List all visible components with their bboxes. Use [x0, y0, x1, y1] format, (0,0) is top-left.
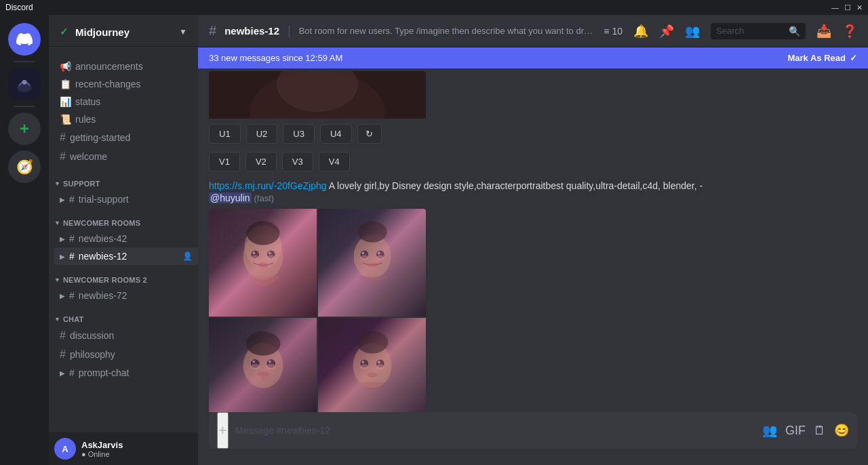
rules-icon: 📜 — [60, 114, 71, 125]
minimize-button[interactable]: — — [831, 3, 839, 12]
support-category-header[interactable]: ▼ SUPPORT — [49, 169, 198, 190]
hash-icon: # — [60, 132, 66, 144]
svg-point-33 — [261, 377, 265, 381]
user-area: A AskJarvis ● Online — [49, 432, 198, 465]
channel-item-discussion[interactable]: # discussion — [54, 326, 198, 345]
newcomer-rooms2-category-header[interactable]: ▼ NEWCOMER ROOMS 2 — [49, 265, 198, 287]
newcomer-rooms2-arrow: ▼ — [54, 277, 60, 283]
channel-name: announcements — [75, 61, 143, 72]
channel-item-rules[interactable]: 📜 rules — [54, 110, 193, 128]
status-icon: 📊 — [60, 96, 71, 107]
server-divider-2 — [14, 106, 35, 107]
gif-button[interactable]: GIF — [785, 424, 806, 438]
newbies-42-icon: # — [69, 233, 75, 244]
upscale-3-btn[interactable]: U3 — [283, 124, 315, 144]
channel-name: philosophy — [70, 349, 115, 360]
close-button[interactable]: ✕ — [856, 3, 863, 12]
maximize-button[interactable]: ☐ — [844, 3, 851, 12]
sticker-button[interactable]: 🗒 — [814, 424, 826, 438]
upscale-2-btn[interactable]: U2 — [246, 124, 278, 144]
trial-support-icon: # — [69, 194, 75, 205]
channel-item-status[interactable]: 📊 status — [54, 93, 193, 110]
channel-header: # newbies-12 | Bot room for new users. T… — [198, 15, 868, 47]
discord-home-icon[interactable] — [8, 23, 41, 56]
pinned-icon[interactable]: 📌 — [659, 24, 674, 39]
user-avatar: A — [54, 438, 76, 460]
refresh-icon: ↻ — [366, 129, 373, 139]
first-action-buttons-row1: U1 U2 U3 U4 ↻ — [198, 121, 868, 149]
variant-4-btn[interactable]: V4 — [319, 152, 350, 171]
upscale-1-btn[interactable]: U1 — [209, 124, 241, 144]
add-server-button[interactable]: + — [8, 113, 41, 145]
channel-item-newbies-12[interactable]: ▶ # newbies-12 👤 — [54, 247, 198, 265]
members-input-icon[interactable]: 👥 — [762, 423, 777, 438]
svg-point-14 — [267, 255, 275, 260]
help-icon[interactable]: ❓ — [842, 24, 857, 39]
channel-item-getting-started[interactable]: # getting-started — [54, 128, 193, 147]
search-input[interactable] — [716, 26, 785, 36]
image-link[interactable]: https://s.mj.run/-20fGeZjphg — [209, 180, 327, 191]
input-icon-group: 👥 GIF 🗒 😊 — [762, 423, 849, 438]
refresh-btn-1[interactable]: ↻ — [357, 124, 382, 144]
channel-name: welcome — [70, 151, 107, 162]
variant-3-btn[interactable]: V3 — [282, 152, 313, 171]
svg-point-31 — [250, 364, 260, 370]
svg-point-41 — [360, 364, 368, 369]
server-icon-midjourney[interactable] — [8, 68, 41, 100]
notifications-icon[interactable]: 🔔 — [633, 24, 648, 39]
threads-icon-group[interactable]: ≡ 10 — [604, 26, 623, 37]
server-header[interactable]: ✓ Midjourney ▼ — [49, 15, 198, 47]
channel-item-philosophy[interactable]: # philosophy — [54, 345, 198, 364]
hash-icon: # — [60, 329, 66, 342]
message-link-content: https://s.mj.run/-20fGeZjphg A lovely gi… — [198, 177, 868, 206]
upscale-4-btn[interactable]: U4 — [320, 124, 352, 144]
inbox-icon[interactable]: 📥 — [816, 24, 831, 39]
variant-1-btn[interactable]: V1 — [209, 152, 240, 171]
channel-name: trial-support — [79, 194, 129, 205]
search-bar[interactable]: 🔍 — [711, 23, 806, 39]
svg-point-42 — [376, 364, 384, 369]
channel-sidebar: ✓ Midjourney ▼ 📢 announcements 📋 recent-… — [49, 15, 198, 465]
svg-point-10 — [268, 251, 271, 254]
channel-item-welcome[interactable]: # welcome — [54, 147, 193, 166]
svg-point-19 — [377, 251, 380, 254]
channel-item-prompt-chat[interactable]: ▶ # prompt-chat — [54, 364, 198, 382]
chat-arrow: ▼ — [54, 316, 60, 323]
user-status: ● Online — [81, 450, 123, 458]
message-input[interactable] — [235, 417, 755, 444]
svg-point-23 — [376, 255, 384, 260]
channel-item-newbies-72[interactable]: ▶ # newbies-72 — [54, 287, 198, 304]
emoji-button[interactable]: 😊 — [834, 423, 849, 438]
channel-item-recent-changes[interactable]: 📋 recent-changes — [54, 75, 193, 93]
notification-badge: 👤 — [182, 251, 193, 261]
newcomer-rooms-category-header[interactable]: ▼ NEWCOMER ROOMS — [49, 208, 198, 230]
chat-category-header[interactable]: ▼ CHAT — [49, 304, 198, 326]
svg-point-21 — [357, 221, 387, 242]
main-channels-section: 📢 announcements 📋 recent-changes 📊 statu… — [49, 47, 198, 169]
svg-point-13 — [251, 255, 259, 260]
svg-point-40 — [356, 331, 388, 353]
members-icon[interactable]: 👥 — [685, 24, 700, 39]
image-cell-tr — [318, 209, 426, 317]
add-attachment-button[interactable]: + — [217, 412, 229, 449]
channel-name: prompt-chat — [79, 367, 130, 378]
newcomer-channels: ▶ # newbies-42 ▶ # newbies-12 👤 — [49, 230, 198, 265]
user-mention[interactable]: @huyulin — [209, 193, 252, 203]
channel-item-announcements[interactable]: 📢 announcements — [54, 58, 193, 75]
header-divider: | — [288, 24, 291, 38]
collapse-arrow: ▶ — [60, 253, 65, 260]
mark-as-read-button[interactable]: Mark As Read ✓ — [788, 53, 858, 63]
message-body-text: A lovely girl,by Disney design style,cha… — [329, 180, 703, 191]
support-category-label: SUPPORT — [63, 180, 100, 188]
channel-item-newbies-42[interactable]: ▶ # newbies-42 — [54, 230, 198, 247]
header-icons: ≡ 10 🔔 📌 👥 🔍 📥 ❓ — [604, 23, 857, 39]
disney-girl-image-grid[interactable] — [209, 209, 426, 412]
channel-item-trial-support[interactable]: ▶ # trial-support — [54, 190, 198, 208]
channel-name: recent-changes — [75, 79, 141, 89]
variant-2-btn[interactable]: V2 — [245, 152, 277, 171]
explore-servers-button[interactable]: 🧭 — [8, 150, 41, 183]
support-arrow: ▼ — [54, 180, 60, 187]
channel-header-name: newbies-12 — [224, 25, 279, 37]
member-count: 10 — [612, 26, 623, 37]
collapse-arrow: ▶ — [60, 369, 65, 377]
